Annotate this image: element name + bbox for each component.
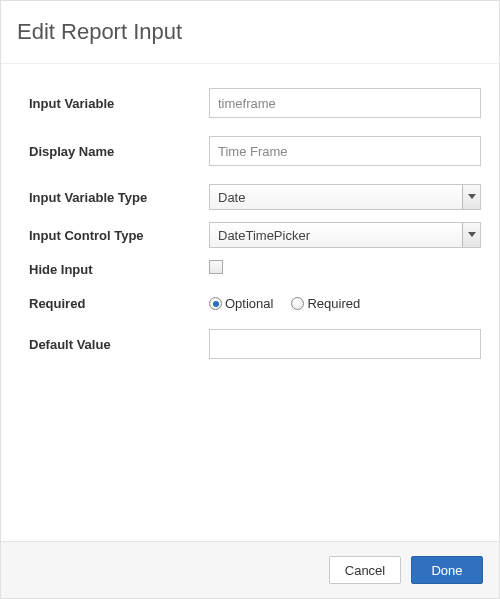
required-radio-required[interactable]: Required <box>291 296 360 311</box>
row-display-name: Display Name <box>29 136 481 166</box>
row-input-variable-type: Input Variable Type Date <box>29 184 481 210</box>
done-button[interactable]: Done <box>411 556 483 584</box>
row-input-control-type: Input Control Type DateTimePicker <box>29 222 481 248</box>
hide-input-checkbox[interactable] <box>209 260 223 274</box>
label-display-name: Display Name <box>29 144 209 159</box>
display-name-field[interactable] <box>209 136 481 166</box>
dialog-footer: Cancel Done <box>1 541 499 598</box>
label-required: Required <box>29 296 209 311</box>
input-variable-type-value: Date <box>210 190 462 205</box>
radio-label-optional: Optional <box>225 296 273 311</box>
label-input-control-type: Input Control Type <box>29 228 209 243</box>
label-hide-input: Hide Input <box>29 262 209 277</box>
input-variable-type-select[interactable]: Date <box>209 184 481 210</box>
default-value-field[interactable] <box>209 329 481 359</box>
row-input-variable: Input Variable <box>29 88 481 118</box>
required-radio-optional[interactable]: Optional <box>209 296 273 311</box>
dialog-body: Input Variable Display Name Input Variab… <box>1 64 499 541</box>
radio-icon <box>291 297 304 310</box>
edit-report-input-dialog: Edit Report Input Input Variable Display… <box>0 0 500 599</box>
chevron-down-icon <box>462 185 480 209</box>
label-input-variable-type: Input Variable Type <box>29 190 209 205</box>
dialog-title: Edit Report Input <box>17 19 483 45</box>
label-input-variable: Input Variable <box>29 96 209 111</box>
radio-icon <box>209 297 222 310</box>
input-variable-field[interactable] <box>209 88 481 118</box>
row-default-value: Default Value <box>29 329 481 359</box>
chevron-down-icon <box>462 223 480 247</box>
input-control-type-select[interactable]: DateTimePicker <box>209 222 481 248</box>
dialog-header: Edit Report Input <box>1 1 499 64</box>
row-required: Required Optional Required <box>29 296 481 311</box>
radio-label-required: Required <box>307 296 360 311</box>
cancel-button[interactable]: Cancel <box>329 556 401 584</box>
label-default-value: Default Value <box>29 337 209 352</box>
row-hide-input: Hide Input <box>29 260 481 278</box>
required-radio-group: Optional Required <box>209 296 481 311</box>
input-control-type-value: DateTimePicker <box>210 228 462 243</box>
